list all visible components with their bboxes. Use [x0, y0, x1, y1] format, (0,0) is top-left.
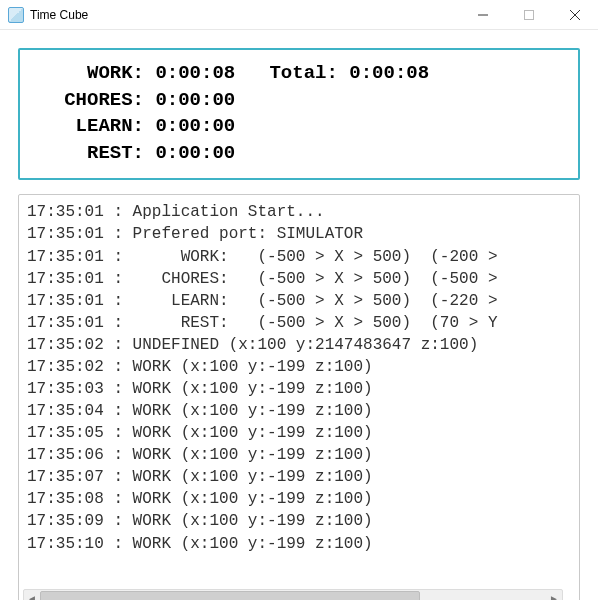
log-line: 17:35:01 : REST: (-500 > X > 500) (70 > … — [27, 312, 571, 334]
summary-row-rest: REST: 0:00:00 — [34, 140, 564, 167]
summary-label: REST: — [34, 140, 144, 167]
summary-total-label: Total: — [269, 62, 337, 84]
app-icon — [8, 7, 24, 23]
maximize-button[interactable] — [506, 0, 552, 30]
log-line: 17:35:01 : LEARN: (-500 > X > 500) (-220… — [27, 290, 571, 312]
minimize-button[interactable] — [460, 0, 506, 30]
log-line: 17:35:04 : WORK (x:100 y:-199 z:100) — [27, 400, 571, 422]
log-line: 17:35:02 : UNDEFINED (x:100 y:2147483647… — [27, 334, 571, 356]
log-output: 17:35:01 : Application Start...17:35:01 … — [19, 195, 579, 581]
summary-label: WORK: — [34, 60, 144, 87]
log-line: 17:35:08 : WORK (x:100 y:-199 z:100) — [27, 488, 571, 510]
log-line: 17:35:01 : Prefered port: SIMULATOR — [27, 223, 571, 245]
summary-total-value: 0:00:08 — [349, 62, 429, 84]
titlebar: Time Cube — [0, 0, 598, 30]
summary-label: LEARN: — [34, 113, 144, 140]
client-area: WORK: 0:00:08 Total: 0:00:08 CHORES: 0:0… — [0, 30, 598, 600]
summary-value: 0:00:00 — [155, 142, 235, 164]
summary-row-learn: LEARN: 0:00:00 — [34, 113, 564, 140]
log-line: 17:35:01 : Application Start... — [27, 201, 571, 223]
summary-row-work: WORK: 0:00:08 Total: 0:00:08 — [34, 60, 564, 87]
log-line: 17:35:07 : WORK (x:100 y:-199 z:100) — [27, 466, 571, 488]
svg-rect-1 — [525, 10, 534, 19]
scroll-thumb[interactable] — [40, 591, 420, 600]
log-line: 17:35:02 : WORK (x:100 y:-199 z:100) — [27, 356, 571, 378]
close-button[interactable] — [552, 0, 598, 30]
log-line: 17:35:01 : WORK: (-500 > X > 500) (-200 … — [27, 246, 571, 268]
summary-panel: WORK: 0:00:08 Total: 0:00:08 CHORES: 0:0… — [18, 48, 580, 180]
summary-label: CHORES: — [34, 87, 144, 114]
log-line: 17:35:09 : WORK (x:100 y:-199 z:100) — [27, 510, 571, 532]
horizontal-scrollbar[interactable]: ◄ ► — [23, 589, 563, 600]
log-line: 17:35:10 : WORK (x:100 y:-199 z:100) — [27, 533, 571, 555]
log-line: 17:35:05 : WORK (x:100 y:-199 z:100) — [27, 422, 571, 444]
window-title: Time Cube — [30, 8, 88, 22]
scroll-right-icon[interactable]: ► — [546, 590, 562, 600]
scroll-left-icon[interactable]: ◄ — [24, 590, 40, 600]
log-panel: 17:35:01 : Application Start...17:35:01 … — [18, 194, 580, 600]
log-line: 17:35:03 : WORK (x:100 y:-199 z:100) — [27, 378, 571, 400]
summary-value: 0:00:00 — [155, 115, 235, 137]
window-buttons — [460, 0, 598, 30]
summary-value: 0:00:08 — [155, 62, 235, 84]
summary-row-chores: CHORES: 0:00:00 — [34, 87, 564, 114]
scroll-track[interactable] — [40, 591, 546, 600]
log-line: 17:35:06 : WORK (x:100 y:-199 z:100) — [27, 444, 571, 466]
log-line: 17:35:01 : CHORES: (-500 > X > 500) (-50… — [27, 268, 571, 290]
summary-value: 0:00:00 — [155, 89, 235, 111]
